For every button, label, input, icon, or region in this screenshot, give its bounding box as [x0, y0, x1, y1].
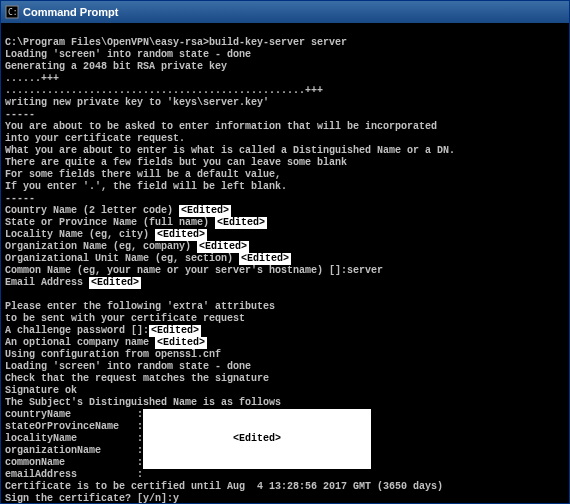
terminal-line: A challenge password []:<Edited>	[5, 325, 201, 336]
terminal-line: There are quite a few fields but you can…	[5, 157, 347, 168]
terminal-line: Locality Name (eg, city) <Edited>	[5, 229, 207, 240]
terminal-line: If you enter '.', the field will be left…	[5, 181, 287, 192]
terminal-line: commonName :	[5, 457, 143, 468]
svg-text:C:: C:	[8, 8, 18, 17]
terminal-line: An optional company name <Edited>	[5, 337, 207, 348]
redacted-value: <Edited>	[149, 325, 201, 337]
prompt-label: Locality Name (eg, city)	[5, 229, 155, 240]
terminal-line: State or Province Name (full name) <Edit…	[5, 217, 267, 228]
terminal-line: Certificate is to be certified until Aug…	[5, 481, 443, 492]
command-prompt-icon: C:	[5, 5, 19, 19]
terminal-line: The Subject's Distinguished Name is as f…	[5, 397, 281, 408]
terminal-line: to be sent with your certificate request	[5, 313, 245, 324]
dn-label: countryName :	[5, 409, 143, 420]
terminal-line: Signature ok	[5, 385, 77, 396]
terminal-line: You are about to be asked to enter infor…	[5, 121, 437, 132]
redacted-block: <Edited>	[143, 409, 371, 469]
terminal-line: C:\Program Files\OpenVPN\easy-rsa>build-…	[5, 37, 347, 48]
terminal-line: Sign the certificate? [y/n]:y	[5, 493, 179, 503]
terminal-line: countryName :<Edited>	[5, 409, 143, 420]
terminal-line: For some fields there will be a default …	[5, 169, 281, 180]
terminal-line: Organization Name (eg, company) <Edited>	[5, 241, 249, 252]
terminal-line: Country Name (2 letter code) <Edited>	[5, 205, 231, 216]
redacted-value: <Edited>	[89, 277, 141, 289]
terminal-line: organizationName :	[5, 445, 143, 456]
terminal-line: Loading 'screen' into random state - don…	[5, 361, 251, 372]
prompt-label: Email Address	[5, 277, 89, 288]
terminal-line: -----	[5, 193, 35, 204]
terminal-line: ......+++	[5, 73, 59, 84]
terminal-line: -----	[5, 109, 35, 120]
terminal-line: Loading 'screen' into random state - don…	[5, 49, 251, 60]
terminal-line: Check that the request matches the signa…	[5, 373, 269, 384]
command-prompt-window: C: Command Prompt C:\Program Files\OpenV…	[0, 0, 570, 504]
terminal-line: into your certificate request.	[5, 133, 185, 144]
prompt-label: Organizational Unit Name (eg, section)	[5, 253, 239, 264]
redacted-value: <Edited>	[155, 229, 207, 241]
terminal-line: Using configuration from openssl.cnf	[5, 349, 221, 360]
terminal-line: ........................................…	[5, 85, 323, 96]
redacted-value: <Edited>	[155, 337, 207, 349]
prompt-label: Organization Name (eg, company)	[5, 241, 197, 252]
terminal-line: Organizational Unit Name (eg, section) <…	[5, 253, 291, 264]
terminal-content[interactable]: C:\Program Files\OpenVPN\easy-rsa>build-…	[1, 23, 569, 503]
terminal-line: Email Address <Edited>	[5, 277, 141, 288]
redacted-value: <Edited>	[239, 253, 291, 265]
terminal-line: emailAddress :	[5, 469, 143, 480]
terminal-line: What you are about to enter is what is c…	[5, 145, 455, 156]
prompt-label: State or Province Name (full name)	[5, 217, 215, 228]
terminal-line: localityName :	[5, 433, 143, 444]
window-title: Command Prompt	[23, 6, 565, 18]
prompt-label: An optional company name	[5, 337, 155, 348]
terminal-line: writing new private key to 'keys\server.…	[5, 97, 269, 108]
redacted-value: <Edited>	[197, 241, 249, 253]
terminal-line: Please enter the following 'extra' attri…	[5, 301, 275, 312]
titlebar[interactable]: C: Command Prompt	[1, 1, 569, 23]
prompt-label: Country Name (2 letter code)	[5, 205, 179, 216]
terminal-line: Generating a 2048 bit RSA private key	[5, 61, 227, 72]
redacted-value: <Edited>	[179, 205, 231, 217]
prompt-label: A challenge password []:	[5, 325, 149, 336]
redacted-value: <Edited>	[215, 217, 267, 229]
terminal-line: stateOrProvinceName :	[5, 421, 143, 432]
terminal-line: Common Name (eg, your name or your serve…	[5, 265, 383, 276]
